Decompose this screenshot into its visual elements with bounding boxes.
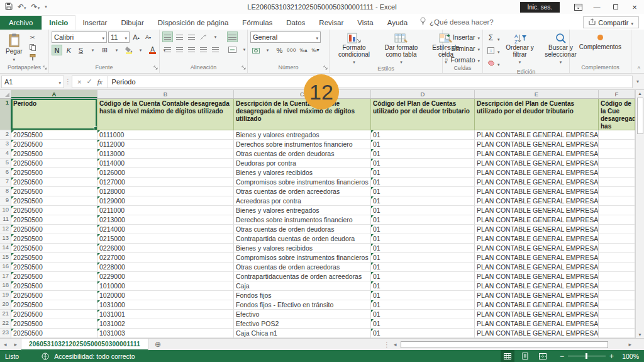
cell-B11[interactable]: 0213000 bbox=[97, 215, 234, 225]
cell-F16[interactable] bbox=[599, 263, 635, 272]
cell-F17[interactable] bbox=[599, 272, 635, 281]
cell-C17[interactable]: Contrapartidacuentas de orden acreedoras bbox=[234, 272, 371, 281]
cell-D5[interactable]: 01 bbox=[371, 159, 475, 168]
cell-B4[interactable]: 0113000 bbox=[97, 149, 234, 159]
cell-F18[interactable] bbox=[599, 281, 635, 291]
delete-cells-button[interactable]: Eliminar bbox=[445, 43, 480, 54]
zoom-level[interactable]: 100% bbox=[618, 353, 639, 360]
fill-color-icon[interactable] bbox=[123, 45, 134, 55]
cell-B16[interactable]: 0228000 bbox=[97, 263, 234, 272]
cell-A16[interactable]: 20250500 bbox=[11, 263, 97, 272]
add-sheet-icon[interactable]: ⊕ bbox=[148, 340, 167, 349]
cell-A12[interactable]: 20250500 bbox=[11, 225, 97, 234]
cell-B9[interactable]: 0129000 bbox=[97, 196, 234, 206]
row-header-12[interactable]: 12 bbox=[0, 225, 11, 234]
horizontal-scroll-thumb[interactable] bbox=[401, 341, 608, 348]
scroll-down-icon[interactable]: ▼ bbox=[638, 332, 642, 337]
align-top-icon[interactable] bbox=[162, 31, 173, 42]
cell-D6[interactable]: 01 bbox=[371, 168, 475, 178]
cell-A15[interactable]: 20250500 bbox=[11, 253, 97, 263]
select-all-button[interactable] bbox=[0, 90, 11, 98]
autosum-icon[interactable]: Σ bbox=[486, 33, 496, 43]
cell-A5[interactable]: 20250500 bbox=[11, 159, 97, 168]
cell-E17[interactable]: PLAN CONTABLE GENERAL EMPRESARIAL bbox=[475, 272, 599, 281]
accounting-format-icon[interactable] bbox=[250, 45, 261, 55]
fill-icon[interactable]: ↓ bbox=[486, 45, 496, 56]
cell-E2[interactable]: PLAN CONTABLE GENERAL EMPRESARIAL bbox=[475, 130, 599, 140]
addins-button[interactable]: Complementos bbox=[577, 31, 624, 64]
column-header-F[interactable]: F bbox=[599, 90, 635, 98]
decrease-decimal-icon[interactable]: ‰▾ bbox=[310, 45, 321, 55]
cell-D17[interactable]: 01 bbox=[371, 272, 475, 281]
header-cell-E1[interactable]: Descripción del Plan de Cuentas utilizad… bbox=[475, 99, 599, 130]
cell-B6[interactable]: 0126000 bbox=[97, 168, 234, 178]
percent-style-button[interactable]: % bbox=[274, 45, 285, 55]
font-size-select[interactable]: 11 bbox=[108, 31, 130, 43]
cell-C16[interactable]: Otras cuentas de orden acreedoras bbox=[234, 263, 371, 272]
cell-D19[interactable]: 01 bbox=[371, 291, 475, 300]
tab-dibujar[interactable]: Dibujar bbox=[114, 16, 150, 30]
row-header-17[interactable]: 17 bbox=[0, 272, 11, 281]
cell-C3[interactable]: Derechos sobre instrumentos financiero bbox=[234, 140, 371, 149]
cell-C6[interactable]: Bienes y valores recibidos bbox=[234, 168, 371, 178]
tell-me-box[interactable]: ¿Qué desea hacer? bbox=[414, 14, 499, 30]
cell-B18[interactable]: 1010000 bbox=[97, 281, 234, 291]
cell-F10[interactable] bbox=[599, 206, 635, 215]
cell-E16[interactable]: PLAN CONTABLE GENERAL EMPRESARIAL bbox=[475, 263, 599, 272]
sheet-nav-left-icon[interactable]: ◂ bbox=[0, 341, 11, 348]
cell-B23[interactable]: 1031003 bbox=[97, 329, 234, 338]
cell-F15[interactable] bbox=[599, 253, 635, 263]
normal-view-icon[interactable] bbox=[501, 350, 514, 362]
orientation-dropdown-icon[interactable] bbox=[210, 31, 221, 42]
format-as-table-button[interactable]: Dar formato como tabla bbox=[378, 31, 425, 65]
alignment-dialog-launcher-icon[interactable] bbox=[242, 65, 246, 71]
row-header-6[interactable]: 6 bbox=[0, 168, 11, 178]
cell-E20[interactable]: PLAN CONTABLE GENERAL EMPRESARIAL bbox=[475, 300, 599, 310]
cell-F23[interactable] bbox=[599, 329, 635, 338]
tab-formulas[interactable]: Fórmulas bbox=[235, 16, 279, 30]
cell-B17[interactable]: 0229000 bbox=[97, 272, 234, 281]
column-header-E[interactable]: E bbox=[475, 90, 599, 98]
cell-A14[interactable]: 20250500 bbox=[11, 244, 97, 253]
cell-D21[interactable]: 01 bbox=[371, 310, 475, 319]
cell-A18[interactable]: 20250500 bbox=[11, 281, 97, 291]
sheet-nav-right-icon[interactable]: ▸ bbox=[11, 341, 21, 348]
underline-dropdown-icon[interactable] bbox=[87, 45, 98, 55]
fill-color-dropdown-icon[interactable] bbox=[135, 45, 146, 55]
hscroll-left-icon[interactable]: ◂ bbox=[390, 341, 401, 348]
cell-F4[interactable] bbox=[599, 149, 635, 159]
cell-B19[interactable]: 1020000 bbox=[97, 291, 234, 300]
cell-B8[interactable]: 0128000 bbox=[97, 187, 234, 196]
restore-button[interactable] bbox=[606, 0, 625, 14]
cell-D10[interactable]: 01 bbox=[371, 206, 475, 215]
tab-revisar[interactable]: Revisar bbox=[312, 16, 350, 30]
bold-button[interactable]: N bbox=[52, 45, 62, 55]
accounting-dropdown-icon[interactable] bbox=[262, 45, 273, 55]
cell-D12[interactable]: 01 bbox=[371, 225, 475, 234]
font-name-select[interactable]: Calibri bbox=[52, 31, 107, 43]
align-left-icon[interactable] bbox=[162, 44, 173, 55]
cell-F7[interactable] bbox=[599, 178, 635, 187]
zoom-slider-thumb[interactable] bbox=[586, 353, 587, 359]
column-header-B[interactable]: B bbox=[97, 90, 234, 98]
cell-B12[interactable]: 0214000 bbox=[97, 225, 234, 234]
cell-D8[interactable]: 01 bbox=[371, 187, 475, 196]
cell-D3[interactable]: 01 bbox=[371, 140, 475, 149]
conditional-format-button[interactable]: Formato condicional bbox=[332, 31, 376, 65]
hscroll-right-icon[interactable]: ▸ bbox=[625, 341, 635, 348]
cell-C20[interactable]: Fondos fijos - Efectivo en tránsito bbox=[234, 300, 371, 310]
clipboard-dialog-launcher-icon[interactable] bbox=[43, 65, 47, 71]
tab-scroll-splitter[interactable]: ⋮ bbox=[384, 341, 390, 348]
zoom-in-icon[interactable]: + bbox=[609, 353, 614, 360]
cell-E18[interactable]: PLAN CONTABLE GENERAL EMPRESARIAL bbox=[475, 281, 599, 291]
cell-C21[interactable]: Efectivo bbox=[234, 310, 371, 319]
align-right-icon[interactable] bbox=[186, 44, 197, 55]
row-header-1[interactable]: 1 bbox=[0, 99, 11, 130]
cell-E10[interactable]: PLAN CONTABLE GENERAL EMPRESARIAL bbox=[475, 206, 599, 215]
tab-vista[interactable]: Vista bbox=[350, 16, 380, 30]
selection-fill-handle[interactable] bbox=[94, 127, 97, 130]
cell-F20[interactable] bbox=[599, 300, 635, 310]
cancel-entry-icon[interactable]: × bbox=[77, 78, 81, 86]
cell-C2[interactable]: Bienes y valores entregados bbox=[234, 130, 371, 140]
cell-A11[interactable]: 20250500 bbox=[11, 215, 97, 225]
